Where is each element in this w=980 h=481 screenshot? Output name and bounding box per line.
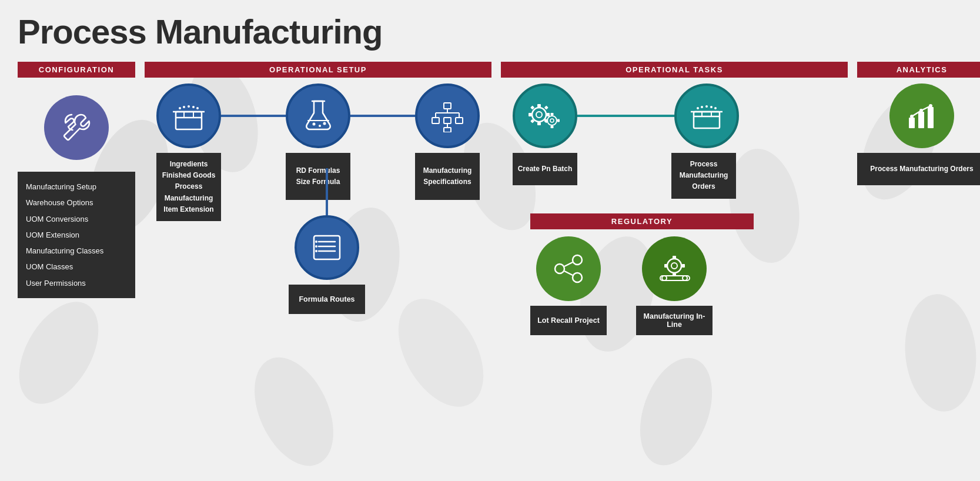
network-icon bbox=[430, 100, 465, 132]
svg-point-14 bbox=[179, 107, 181, 109]
op-tasks-section-header: OPERATIONAL TASKS bbox=[501, 62, 848, 78]
svg-rect-28 bbox=[432, 118, 439, 123]
svg-point-58 bbox=[697, 107, 699, 109]
analytics-circle[interactable] bbox=[889, 83, 954, 148]
svg-rect-54 bbox=[544, 119, 547, 122]
lot-recall-label[interactable]: Lot Recall Project bbox=[530, 306, 607, 335]
config-link-manufacturing-setup[interactable]: Manufacturing Setup bbox=[26, 179, 127, 195]
svg-point-41 bbox=[536, 112, 542, 118]
svg-point-83 bbox=[919, 109, 923, 112]
process-mfg-orders-circle[interactable] bbox=[674, 83, 739, 148]
mfg-inline-label[interactable]: Manufacturing In-Line bbox=[636, 306, 713, 335]
wrench-icon bbox=[59, 110, 94, 145]
svg-point-17 bbox=[192, 106, 195, 108]
svg-rect-74 bbox=[660, 276, 690, 280]
lot-recall-circle[interactable] bbox=[536, 236, 601, 301]
analytics-section-header: ANALYTICS bbox=[857, 62, 980, 78]
teal-h-line bbox=[577, 115, 674, 117]
conveyor-icon bbox=[655, 251, 694, 286]
svg-point-9 bbox=[239, 345, 349, 479]
svg-point-39 bbox=[315, 250, 317, 252]
config-link-manufacturing-classes[interactable]: Manufacturing Classes bbox=[26, 243, 127, 259]
svg-rect-13 bbox=[184, 112, 193, 118]
regulatory-section: REGULATORY bbox=[501, 213, 848, 335]
mfg-inline-circle[interactable] bbox=[642, 236, 707, 301]
svg-rect-72 bbox=[664, 264, 667, 268]
create-batch-label[interactable]: Create Pn Batch bbox=[513, 153, 577, 185]
h-line-2 bbox=[350, 115, 415, 117]
config-icon-wrap bbox=[18, 95, 135, 160]
svg-point-50 bbox=[547, 116, 557, 125]
config-link-uom-conversions[interactable]: UOM Conversions bbox=[26, 211, 127, 227]
svg-point-65 bbox=[555, 264, 564, 273]
analytics-label[interactable]: Process Manufacturing Orders bbox=[857, 153, 980, 185]
create-batch-circle[interactable] bbox=[513, 83, 577, 148]
svg-rect-12 bbox=[176, 112, 202, 129]
svg-point-61 bbox=[710, 106, 713, 108]
svg-point-15 bbox=[183, 106, 185, 108]
svg-point-10 bbox=[627, 348, 725, 475]
svg-point-75 bbox=[662, 276, 667, 280]
svg-point-68 bbox=[667, 259, 681, 273]
svg-rect-30 bbox=[456, 118, 463, 123]
svg-rect-79 bbox=[909, 118, 915, 128]
svg-point-40 bbox=[532, 108, 546, 122]
mfg-specs-label[interactable]: ManufacturingSpecifications bbox=[415, 153, 480, 200]
formula-routes-label[interactable]: Formula Routes bbox=[289, 285, 365, 314]
svg-point-18 bbox=[196, 107, 199, 109]
ingredients-circle[interactable] bbox=[156, 83, 221, 148]
svg-rect-56 bbox=[694, 112, 720, 128]
svg-point-59 bbox=[701, 106, 703, 108]
svg-rect-73 bbox=[682, 264, 685, 268]
config-circle-icon bbox=[44, 95, 109, 160]
process-mfg-orders-tasks-label[interactable]: Process Manufacturing Orders bbox=[671, 153, 736, 199]
formula-routes-circle[interactable] bbox=[295, 215, 359, 280]
svg-point-69 bbox=[671, 263, 677, 269]
svg-point-60 bbox=[705, 105, 708, 108]
svg-point-84 bbox=[929, 104, 932, 108]
svg-rect-81 bbox=[928, 107, 934, 128]
svg-point-62 bbox=[714, 107, 717, 109]
h-line-1 bbox=[221, 115, 286, 117]
share-icon bbox=[551, 251, 586, 286]
op-setup-section-header: OPERATIONAL SETUP bbox=[145, 62, 491, 78]
config-link-uom-extension[interactable]: UOM Extension bbox=[26, 227, 127, 243]
svg-point-21 bbox=[323, 122, 326, 125]
teal-box-icon bbox=[689, 100, 724, 132]
svg-rect-52 bbox=[550, 113, 553, 115]
gears-icon bbox=[526, 98, 564, 133]
svg-rect-45 bbox=[547, 113, 550, 116]
svg-rect-22 bbox=[444, 103, 451, 109]
config-link-user-permissions[interactable]: User Permissions bbox=[26, 275, 127, 291]
svg-point-37 bbox=[315, 240, 317, 243]
ingredients-label[interactable]: IngredientsFinished GoodsProcess Manufac… bbox=[156, 153, 221, 221]
svg-point-38 bbox=[315, 245, 317, 248]
svg-rect-70 bbox=[673, 256, 676, 259]
rd-formulas-circle[interactable] bbox=[286, 83, 350, 148]
flask-icon bbox=[302, 98, 335, 133]
svg-rect-32 bbox=[444, 128, 451, 132]
config-section-header: CONFIGURATION bbox=[18, 62, 135, 78]
mfg-specs-circle[interactable] bbox=[415, 83, 480, 148]
svg-rect-55 bbox=[557, 119, 560, 122]
svg-point-82 bbox=[910, 115, 914, 118]
box-icon bbox=[171, 100, 206, 132]
regulatory-header: REGULATORY bbox=[530, 213, 754, 229]
configuration-column: Manufacturing Setup Warehouse Options UO… bbox=[18, 78, 135, 298]
v-line-formula bbox=[326, 168, 328, 215]
svg-rect-44 bbox=[529, 113, 531, 116]
config-link-warehouse-options[interactable]: Warehouse Options bbox=[26, 195, 127, 211]
config-link-uom-classes[interactable]: UOM Classes bbox=[26, 259, 127, 275]
svg-point-51 bbox=[550, 119, 554, 122]
config-links-block: Manufacturing Setup Warehouse Options UO… bbox=[18, 172, 135, 298]
svg-point-64 bbox=[573, 273, 582, 282]
svg-point-76 bbox=[683, 276, 687, 280]
op-setup-column: IngredientsFinished GoodsProcess Manufac… bbox=[145, 78, 491, 215]
svg-point-20 bbox=[319, 125, 321, 127]
section-headers-row: CONFIGURATION OPERATIONAL SETUP OPERATIO… bbox=[18, 62, 962, 78]
op-tasks-column: Create Pn Batch Process Manufacturing Or… bbox=[501, 78, 848, 335]
svg-point-63 bbox=[573, 255, 582, 265]
chart-icon bbox=[904, 100, 939, 132]
svg-rect-33 bbox=[314, 236, 340, 259]
svg-rect-29 bbox=[444, 118, 451, 123]
